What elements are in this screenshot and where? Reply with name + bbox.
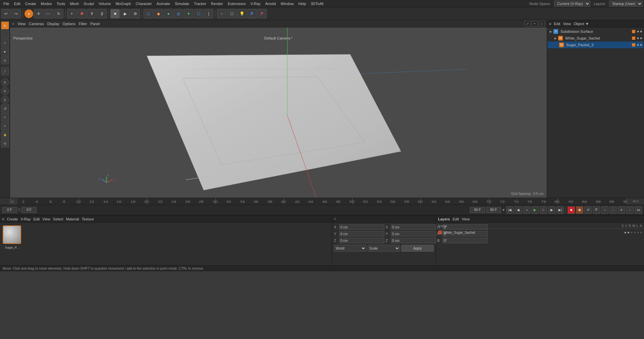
prev-key-button[interactable]: ◁ [523, 206, 530, 214]
timeline-ruler[interactable]: 0 2 4 6 8 10 12 14 16 18 20 22 24 [10, 198, 627, 205]
light-button[interactable]: 💡 [237, 9, 247, 18]
prev-frame-button[interactable]: ◀ [515, 206, 522, 214]
material-texture-menu[interactable]: Texture [82, 217, 94, 221]
grid-button[interactable]: ⬡ [227, 9, 236, 18]
next-key-button[interactable]: ▷ [540, 206, 547, 214]
viewport[interactable]: ≡ View Cameras Display Options Filter Pa… [10, 20, 547, 198]
play-button[interactable]: ▶ [120, 9, 130, 18]
s-tool2-button[interactable]: S [1, 87, 9, 95]
effector-button[interactable]: ⬡ [194, 9, 203, 18]
layer-s-btn[interactable]: ■ [624, 231, 626, 234]
material-material-menu[interactable]: Material [66, 217, 79, 221]
tool-line-button[interactable]: ╱ [1, 67, 9, 75]
layout-select[interactable]: Startup (User) [609, 1, 643, 7]
twist-tool-button[interactable]: ↺ [1, 105, 9, 113]
material-vray-menu[interactable]: V-Ray [20, 217, 31, 221]
nurbs-button[interactable]: ◎ [174, 9, 183, 18]
viewport-menu-panel[interactable]: Panel [90, 22, 100, 26]
settings-button[interactable]: ⚙ [130, 9, 140, 18]
sugar-packet-vis-btn[interactable]: ■ [637, 43, 639, 47]
menu-3dtoall[interactable]: 3DToAll [309, 1, 325, 6]
move-tool-button[interactable]: ✛ [34, 9, 43, 18]
s-tool3-button[interactable]: S [1, 96, 9, 104]
material-view-menu[interactable]: View [42, 217, 50, 221]
coords-menu-icon[interactable]: ≡ [334, 217, 336, 221]
menu-arnold[interactable]: Arnold [263, 1, 278, 6]
sugar-sachet-color[interactable] [632, 37, 635, 40]
menu-help[interactable]: Help [297, 1, 308, 6]
menu-render[interactable]: Render [209, 1, 225, 6]
deformer-button[interactable]: ✦ [184, 9, 193, 18]
layers-edit-menu[interactable]: Edit [452, 217, 459, 221]
play-button[interactable]: ▶ [531, 206, 539, 214]
subdivision-lock-btn[interactable]: ■ [640, 30, 642, 33]
viewport-menu-icon[interactable]: ≡ [12, 22, 14, 26]
menu-mograph[interactable]: MoGraph [114, 1, 133, 6]
menu-volume[interactable]: Volume [97, 1, 113, 6]
start-frame-input[interactable] [21, 207, 37, 213]
menu-extensions[interactable]: Extensions [226, 1, 248, 6]
layer-v-btn[interactable]: ■ [628, 231, 629, 234]
subdivision-color[interactable] [632, 30, 635, 33]
hierarchy-item-subdivision[interactable]: ▶ S Subdivision Surface ■ ■ [548, 28, 643, 35]
layer-white-sugar-sachet[interactable]: White_Sugar_Sachet ■ ■ ■ ■ ■ ■ [437, 229, 643, 236]
hierarchy-item-sugar-packet[interactable]: M Sugar_Packet_3 ■ ■ [548, 42, 643, 48]
subdivision-vis-btn[interactable]: ■ [637, 30, 639, 33]
snap-button[interactable]: ~ [217, 9, 226, 18]
menu-window[interactable]: Window [278, 1, 296, 6]
uv-mode-button[interactable]: ◰ [1, 56, 9, 64]
go-start-button[interactable]: |◀ [506, 206, 514, 214]
undo-button[interactable]: ↩ [1, 9, 11, 18]
menu-file[interactable]: File [1, 1, 11, 6]
material-swatch-sugar-packet[interactable] [3, 225, 21, 244]
sugar-packet-lock-btn[interactable]: ■ [640, 43, 642, 47]
live-selection-button[interactable]: ● [24, 9, 33, 18]
viewport-control-3[interactable]: □ [539, 21, 545, 27]
y-axis-button[interactable]: Y [87, 9, 97, 18]
y-rot-input[interactable] [391, 231, 436, 236]
snap-timeline-button[interactable]: ⋈ [635, 206, 642, 214]
fps-down-btn[interactable]: ▼ [502, 208, 505, 212]
sugar-packet-color[interactable] [632, 43, 635, 47]
expand-icon-subdivision[interactable]: ▶ [550, 30, 552, 33]
z-pos-input[interactable] [339, 238, 384, 243]
viewport-3d[interactable]: X Y Z Perspective Default Camera·* Grid … [10, 27, 547, 198]
target-tool-button[interactable]: ◎ [1, 139, 9, 147]
tag-button[interactable]: | [204, 9, 213, 18]
rotate-tool-button[interactable]: ↻ [54, 9, 63, 18]
spline-button[interactable]: ● [164, 9, 173, 18]
layer-m-btn[interactable]: ■ [634, 231, 636, 234]
z-rot-input[interactable] [391, 238, 436, 243]
y-pos-input[interactable] [339, 231, 384, 236]
viewport-menu-options[interactable]: Options [63, 22, 75, 26]
timeline-options-button[interactable]: ≡ [618, 206, 625, 214]
sugar-sachet-lock-btn[interactable]: ■ [640, 37, 642, 40]
onion-skin-button[interactable]: ○ [626, 206, 634, 214]
layers-tool-button[interactable]: ≡ [1, 113, 9, 121]
x-axis-button[interactable]: ✖ [77, 9, 87, 18]
menu-vray[interactable]: V-Ray [249, 1, 263, 6]
hierarchy-item-sugar-sachet[interactable]: ▶ M White_Sugar_Sachet ■ ■ [548, 35, 643, 42]
apply-button[interactable]: Apply [401, 245, 434, 252]
menu-animate[interactable]: Animate [155, 1, 172, 6]
menu-tracker[interactable]: Tracker [192, 1, 208, 6]
scene-menu-object[interactable]: Object ▼ [574, 22, 589, 26]
material-select-menu[interactable]: Select [53, 217, 63, 221]
select-mode-button[interactable]: ▶ [1, 21, 9, 29]
viewport-menu-display[interactable]: Display [47, 22, 59, 26]
lock-tool-button[interactable]: 🔒 [1, 131, 9, 139]
auto-key-button[interactable]: ⏺ [576, 206, 583, 214]
layers-view-menu[interactable]: View [462, 217, 470, 221]
scene-menu-edit[interactable]: Edit [554, 22, 560, 26]
menu-modes[interactable]: Modes [39, 1, 54, 6]
menu-character[interactable]: Character [134, 1, 154, 6]
layers2-tool-button[interactable]: ≡ [1, 122, 9, 130]
cube-button[interactable]: ⬡ [144, 9, 153, 18]
scene-menu-icon[interactable]: ≡ [549, 22, 551, 26]
edge-mode-button[interactable]: ⬡ [1, 39, 9, 47]
material-edit-menu[interactable]: Edit [33, 217, 40, 221]
menu-simulate[interactable]: Simulate [173, 1, 191, 6]
viewport-menu-view[interactable]: View [17, 22, 25, 26]
layer-a-btn[interactable]: ■ [640, 231, 642, 234]
add-tool-button[interactable]: + [67, 9, 76, 18]
